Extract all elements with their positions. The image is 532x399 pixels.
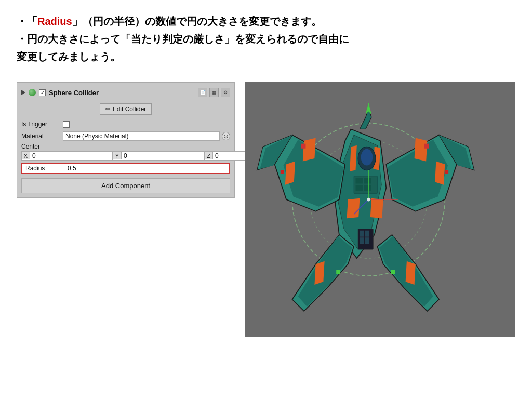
- xyz-row: X Y Z: [21, 151, 230, 161]
- page-icon-btn[interactable]: 📄: [198, 88, 207, 97]
- svg-rect-30: [301, 144, 305, 149]
- svg-rect-33: [281, 170, 284, 174]
- text-line-3: 変更してみましょう。: [17, 48, 515, 65]
- header-icons: 📄 ▦ ⚙: [198, 88, 230, 97]
- radius-input[interactable]: [64, 164, 229, 173]
- radius-highlight: Radius: [37, 16, 72, 27]
- layout-icon-btn[interactable]: ▦: [209, 88, 219, 97]
- svg-rect-37: [356, 178, 363, 183]
- content-row: ✓ Sphere Collider 📄 ▦ ⚙ ✏ Edit Collider …: [17, 82, 515, 337]
- material-value[interactable]: None (Physic Material): [63, 131, 220, 141]
- material-circle-button[interactable]: ◎: [222, 132, 230, 140]
- component-title: Sphere Collider: [49, 89, 195, 97]
- svg-marker-19: [314, 261, 324, 285]
- svg-marker-11: [303, 138, 316, 161]
- svg-rect-40: [364, 185, 371, 191]
- y-input[interactable]: [122, 152, 204, 160]
- page-container: ・「Radius」（円の半径）の数値で円の大きさを変更できます。 ・円の大きさに…: [0, 0, 532, 399]
- svg-rect-34: [336, 270, 340, 274]
- is-trigger-checkbox[interactable]: [63, 121, 70, 128]
- text-line-2: ・円の大きさによって「当たり判定の厳しさ」を変えられるので自由に: [17, 30, 515, 48]
- inspector-panel: ✓ Sphere Collider 📄 ▦ ⚙ ✏ Edit Collider …: [17, 82, 235, 198]
- component-checkbox[interactable]: ✓: [39, 89, 46, 96]
- edit-collider-label: Edit Collider: [113, 105, 147, 113]
- z-label: Z: [205, 152, 213, 159]
- svg-rect-44: [360, 238, 364, 244]
- y-field[interactable]: Y: [113, 151, 204, 161]
- x-input[interactable]: [30, 152, 112, 160]
- text-line-1: ・「Radius」（円の半径）の数値で円の大きさを変更できます。: [17, 12, 515, 30]
- radius-label: Radius: [22, 164, 64, 173]
- x-label: X: [22, 152, 30, 159]
- svg-rect-39: [356, 185, 363, 191]
- svg-marker-8: [370, 198, 383, 218]
- settings-icon-btn[interactable]: ⚙: [221, 88, 230, 97]
- svg-rect-45: [365, 238, 369, 244]
- component-header: ✓ Sphere Collider 📄 ▦ ⚙: [21, 87, 230, 98]
- svg-rect-38: [364, 178, 371, 183]
- collapse-triangle-icon[interactable]: [21, 90, 25, 95]
- svg-marker-5: [350, 145, 357, 171]
- svg-marker-7: [347, 198, 360, 218]
- center-label: Center: [21, 143, 230, 150]
- y-label: Y: [113, 152, 122, 159]
- svg-marker-22: [406, 261, 416, 285]
- svg-rect-31: [424, 144, 429, 149]
- svg-point-51: [367, 198, 370, 202]
- edit-collider-button[interactable]: ✏ Edit Collider: [100, 103, 152, 115]
- is-trigger-row: Is Trigger: [21, 119, 230, 129]
- svg-marker-15: [415, 138, 428, 161]
- svg-marker-12: [285, 162, 295, 185]
- material-row: Material None (Physic Material) ◎: [21, 131, 230, 141]
- spaceship-svg: [245, 82, 515, 335]
- edit-collider-row: ✏ Edit Collider: [21, 102, 230, 116]
- svg-point-47: [361, 149, 373, 166]
- svg-rect-43: [365, 231, 369, 236]
- pencil-icon: ✏: [105, 105, 111, 113]
- svg-rect-42: [360, 231, 364, 236]
- sphere-icon: [29, 89, 36, 96]
- x-field[interactable]: X: [21, 151, 113, 161]
- material-label: Material: [21, 132, 63, 140]
- is-trigger-label: Is Trigger: [21, 121, 63, 128]
- description-block: ・「Radius」（円の半径）の数値で円の大きさを変更できます。 ・円の大きさに…: [17, 12, 515, 65]
- add-component-button[interactable]: Add Component: [21, 178, 230, 193]
- svg-rect-35: [391, 270, 395, 274]
- radius-row: Radius: [21, 163, 230, 174]
- svg-rect-32: [445, 170, 448, 174]
- game-view: [245, 82, 515, 337]
- svg-marker-16: [435, 162, 445, 185]
